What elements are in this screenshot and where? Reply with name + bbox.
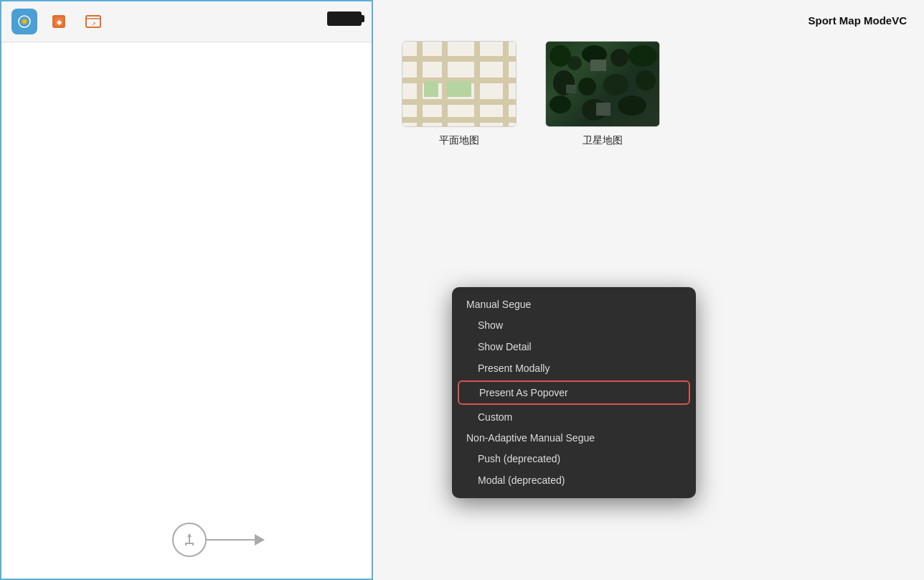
object-library-icon[interactable]: ◈ [46, 9, 72, 34]
toolbar: ◈ ↗ [1, 1, 372, 42]
svg-point-2 [23, 20, 26, 23]
non-adaptive-segue-header: Non-Adaptive Manual Segue [452, 428, 696, 448]
battery-indicator [327, 11, 362, 26]
svg-text:↗: ↗ [91, 21, 96, 27]
satellite-map-card[interactable]: 卫星地图 [545, 41, 660, 147]
street-map-thumbnail[interactable] [402, 41, 517, 127]
menu-item-push-deprecated[interactable]: Push (deprecated) [452, 448, 696, 469]
segue-circle-icon [172, 523, 207, 557]
satellite-map-label: 卫星地图 [583, 134, 623, 147]
menu-item-present-modally[interactable]: Present Modally [452, 357, 696, 379]
svg-rect-12 [192, 543, 194, 546]
view-controller-icon[interactable] [11, 9, 37, 34]
manual-segue-header: Manual Segue [452, 294, 696, 314]
street-map-label: 平面地图 [439, 134, 479, 147]
satellite-map-thumbnail[interactable] [545, 41, 660, 127]
storyboard-reference-icon[interactable]: ↗ [80, 9, 106, 34]
storyboard-canvas-left: ◈ ↗ [0, 0, 373, 580]
menu-item-custom[interactable]: Custom [452, 406, 696, 428]
street-map-card[interactable]: 平面地图 [402, 41, 517, 147]
view-controller-title: Sport Map ModeVC [387, 14, 910, 27]
storyboard-canvas-right: Sport Map ModeVC [373, 0, 924, 580]
segue-context-menu: Manual Segue Show Show Detail Present Mo… [452, 287, 696, 498]
segue-connector [172, 523, 264, 557]
menu-item-present-as-popover[interactable]: Present As Popover [458, 380, 690, 405]
menu-item-modal-deprecated[interactable]: Modal (deprecated) [452, 469, 696, 491]
svg-text:◈: ◈ [56, 19, 62, 26]
svg-rect-9 [189, 537, 190, 543]
menu-item-show-detail[interactable]: Show Detail [452, 336, 696, 357]
segue-arrow [207, 539, 264, 541]
map-mode-options: 平面地图 [402, 41, 910, 147]
svg-rect-11 [185, 543, 187, 546]
menu-item-show[interactable]: Show [452, 314, 696, 336]
